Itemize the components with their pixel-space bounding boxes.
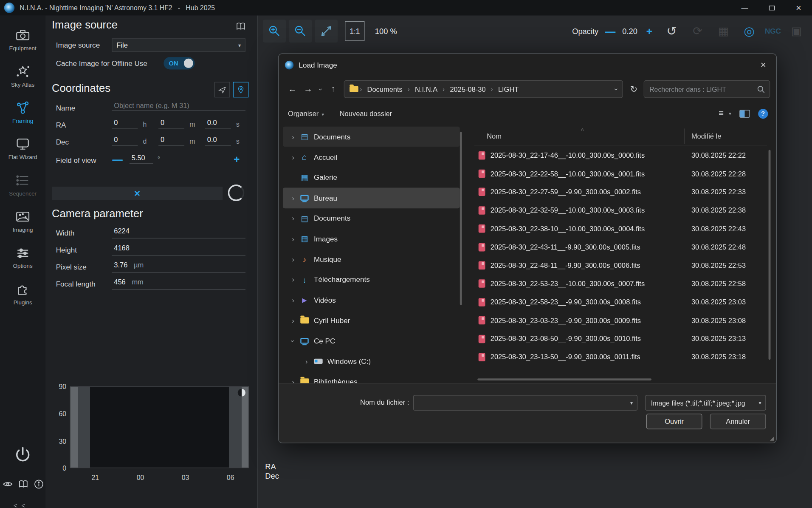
ra-hours-input[interactable]: 0 xyxy=(112,119,138,128)
fov-value-input[interactable]: 5.50 xyxy=(130,154,153,164)
open-button[interactable]: Ouvrir xyxy=(646,414,702,429)
tree-item-telechargements[interactable]: Téléchargements xyxy=(283,270,460,290)
cancel-load-icon[interactable]: × xyxy=(134,187,140,199)
dec-seconds-input[interactable]: 0.0 xyxy=(205,136,231,145)
chevron-right-icon[interactable] xyxy=(288,194,298,202)
sidebar-item-sequencer[interactable]: Sequencer xyxy=(0,168,45,201)
ra-minutes-input[interactable]: 0 xyxy=(158,119,184,128)
sidebar-item-flat-wizard[interactable]: Flat Wizard xyxy=(0,132,45,165)
file-row[interactable]: 2025-08-30_22-22-58__-10.00_300.00s_0001… xyxy=(474,165,767,183)
resize-grip[interactable] xyxy=(770,435,774,442)
file-row[interactable]: 2025-08-30_22-53-23__-10.00_300.00s_0007… xyxy=(474,275,767,293)
minimize-button[interactable] xyxy=(731,0,758,16)
file-row[interactable]: 2025-08-30_22-27-59__-9.90_300.00s_0002.… xyxy=(474,183,767,201)
collapse-sidebar-button[interactable]: < < xyxy=(14,502,26,508)
filename-input[interactable] xyxy=(414,395,637,410)
tree-scrollbar[interactable] xyxy=(460,132,462,305)
file-row[interactable]: 2025-08-30_23-08-50__-9.90_300.00s_0010.… xyxy=(474,329,767,348)
object-name-input[interactable] xyxy=(112,101,245,111)
tree-item-videos[interactable]: Vidéos xyxy=(283,290,460,310)
filename-combobox[interactable] xyxy=(413,395,637,411)
tree-item-galerie[interactable]: Galerie xyxy=(283,167,460,188)
vertical-scrollbar[interactable] xyxy=(769,150,771,360)
search-input[interactable] xyxy=(644,81,770,97)
forward-button[interactable] xyxy=(300,81,316,97)
tree-item-images[interactable]: Images xyxy=(283,229,460,249)
chevron-right-icon[interactable] xyxy=(288,235,298,243)
chevron-expanded-icon[interactable] xyxy=(288,337,298,345)
view-mode-button[interactable] xyxy=(719,108,731,119)
file-row[interactable]: 2025-08-30_22-17-46__-10.00_300.00s_0000… xyxy=(474,146,767,165)
eye-icon[interactable] xyxy=(2,479,14,490)
fov-increase-button[interactable]: + xyxy=(230,153,243,166)
tree-item-documents[interactable]: Documents xyxy=(283,127,460,147)
zoom-in-button[interactable] xyxy=(263,20,286,43)
width-field[interactable]: 6224 xyxy=(112,227,245,238)
chevron-right-icon[interactable] xyxy=(288,153,298,162)
column-divider[interactable] xyxy=(684,128,685,144)
height-field[interactable]: 4168 xyxy=(112,244,245,255)
chevron-right-icon[interactable] xyxy=(288,296,298,304)
dec-minutes-input[interactable]: 0 xyxy=(158,136,184,145)
book-icon[interactable] xyxy=(17,479,29,490)
column-header-modified[interactable]: Modifié le xyxy=(691,132,721,140)
chevron-right-icon[interactable] xyxy=(288,316,298,325)
tree-item-cyril-huber[interactable]: Cyril Huber xyxy=(283,310,460,331)
file-row[interactable]: 2025-08-30_23-03-23__-9.90_300.00s_0009.… xyxy=(474,311,767,329)
power-button[interactable] xyxy=(12,445,33,468)
file-row[interactable]: 2025-08-30_22-58-23__-9.90_300.00s_0008.… xyxy=(474,293,767,311)
dec-degrees-input[interactable]: 0 xyxy=(112,136,138,145)
tree-item-bibliotheques[interactable]: Bibliothèques xyxy=(283,372,460,384)
breadcrumb-documents[interactable]: Documents xyxy=(364,85,406,93)
up-button[interactable] xyxy=(325,81,341,97)
tree-item-accueil[interactable]: Accueil xyxy=(283,147,460,167)
horizontal-scrollbar[interactable] xyxy=(477,378,651,380)
file-row[interactable]: 2025-08-30_22-38-10__-10.00_300.00s_0004… xyxy=(474,219,767,238)
info-icon[interactable] xyxy=(33,479,45,490)
opacity-increase-button[interactable]: + xyxy=(643,25,656,37)
address-bar[interactable]: Documents N.I.N.A 2025-08-30 LIGHT xyxy=(344,80,623,98)
measure-button[interactable] xyxy=(315,20,338,43)
pixel-size-field[interactable]: 3.76 µm xyxy=(112,261,245,273)
chevron-right-icon[interactable] xyxy=(288,214,298,223)
file-row[interactable]: 2025-08-30_23-13-50__-9.90_300.00s_0011.… xyxy=(474,348,767,366)
one-to-one-button[interactable]: 1:1 xyxy=(345,21,364,41)
address-dropdown-chevron[interactable] xyxy=(615,85,617,93)
maximize-button[interactable] xyxy=(758,0,785,16)
tree-item-ce-pc[interactable]: Ce PC xyxy=(283,331,460,351)
image-source-select[interactable]: File xyxy=(112,38,245,52)
column-header-name[interactable]: Nom xyxy=(487,132,502,140)
sidebar-item-framing[interactable]: Framing xyxy=(0,95,45,128)
refresh-button[interactable] xyxy=(626,81,642,97)
sidebar-item-options[interactable]: Options xyxy=(0,241,45,274)
filetype-select[interactable]: Image files (*.tif;*.tiff;*.jpeg;*.jpg xyxy=(645,395,766,411)
close-button[interactable] xyxy=(785,0,812,16)
search-box[interactable] xyxy=(644,80,770,98)
breadcrumb-nina[interactable]: N.I.N.A xyxy=(412,85,441,93)
recent-locations-chevron[interactable] xyxy=(316,81,325,97)
rotate-ccw-button[interactable] xyxy=(661,24,682,38)
file-row[interactable]: 2025-08-30_22-32-59__-10.00_300.00s_0003… xyxy=(474,201,767,219)
target-overlay-button[interactable] xyxy=(739,24,760,38)
chevron-right-icon[interactable] xyxy=(288,133,298,141)
organize-menu[interactable]: Organiser xyxy=(288,110,324,117)
chevron-right-icon[interactable] xyxy=(288,255,298,264)
fov-decrease-button[interactable]: — xyxy=(111,153,124,166)
sidebar-item-imaging[interactable]: Imaging xyxy=(0,204,45,237)
chevron-right-icon[interactable] xyxy=(302,357,312,366)
focal-length-field[interactable]: 456 mm xyxy=(112,278,245,290)
help-button[interactable]: ? xyxy=(758,108,768,118)
cancel-button[interactable]: Annuler xyxy=(710,414,766,429)
cache-toggle[interactable]: ON xyxy=(164,57,195,69)
sidebar-item-equipment[interactable]: Equipment xyxy=(0,23,45,56)
preview-pane-button[interactable] xyxy=(739,110,750,117)
ngc-overlay-toggle[interactable]: NGC xyxy=(765,27,781,35)
file-row[interactable]: 2025-08-30_23-18-51__-9.90_300.00s_0012.… xyxy=(474,366,767,371)
breadcrumb-light[interactable]: LIGHT xyxy=(494,85,522,93)
dialog-title-bar[interactable]: Load Image xyxy=(279,54,776,76)
sidebar-item-sky-atlas[interactable]: Sky Atlas xyxy=(0,59,45,92)
breadcrumb-date-folder[interactable]: 2025-08-30 xyxy=(446,85,489,93)
file-row[interactable]: 2025-08-30_22-48-11__-9.90_300.00s_0006.… xyxy=(474,256,767,275)
dialog-close-button[interactable] xyxy=(753,57,773,73)
ra-seconds-input[interactable]: 0.0 xyxy=(205,119,231,128)
